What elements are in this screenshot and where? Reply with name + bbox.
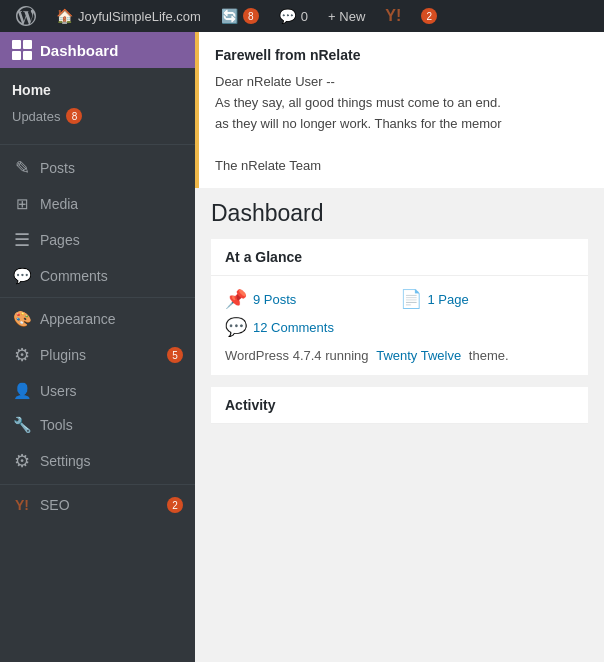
media-label: Media [40, 196, 183, 212]
updates-sidebar-badge: 8 [66, 108, 82, 124]
posts-link[interactable]: 9 Posts [253, 292, 296, 307]
posts-icon: ✎ [12, 157, 32, 179]
wp-logo-button[interactable] [8, 0, 44, 32]
wp-meta: WordPress 4.7.4 running Twenty Twelve th… [225, 348, 574, 363]
pages-link[interactable]: 1 Page [428, 292, 469, 307]
sidebar-item-seo[interactable]: Y! SEO 2 [0, 489, 195, 521]
svg-rect-0 [12, 40, 21, 49]
svg-rect-2 [12, 51, 21, 60]
notice-line1: Dear nRelate User -- [215, 72, 588, 93]
sidebar-divider-2 [0, 297, 195, 298]
dashboard-label: Dashboard [40, 42, 118, 59]
home-section: Home Updates 8 [0, 68, 195, 140]
theme-end: theme. [469, 348, 509, 363]
sidebar: Dashboard Home Updates 8 ✎ Posts ⊞ Media… [0, 32, 195, 662]
glance-posts: 📌 9 Posts [225, 288, 400, 310]
updates-button[interactable]: 🔄 8 [213, 0, 267, 32]
comments-link[interactable]: 12 Comments [253, 320, 334, 335]
sidebar-item-settings[interactable]: ⚙ Settings [0, 442, 195, 480]
glance-grid: 📌 9 Posts 📄 1 Page 💬 12 Comments [225, 288, 574, 338]
settings-icon: ⚙ [12, 450, 32, 472]
users-icon: 👤 [12, 382, 32, 400]
sidebar-divider-1 [0, 144, 195, 145]
new-label: + New [328, 9, 365, 24]
tools-label: Tools [40, 417, 183, 433]
plugins-label: Plugins [40, 347, 159, 363]
sidebar-item-pages[interactable]: ☰ Pages [0, 221, 195, 259]
sidebar-item-users[interactable]: 👤 Users [0, 374, 195, 408]
yoast-button[interactable]: Y! [377, 0, 409, 32]
users-label: Users [40, 383, 183, 399]
sidebar-item-appearance[interactable]: 🎨 Appearance [0, 302, 195, 336]
svg-rect-1 [23, 40, 32, 49]
at-a-glance-widget: At a Glance 📌 9 Posts 📄 1 Page 💬 [211, 239, 588, 375]
posts-label: Posts [40, 160, 183, 176]
pin-icon: 📌 [225, 288, 247, 310]
notice-banner: Farewell from nRelate Dear nRelate User … [195, 32, 604, 188]
page-icon: 📄 [400, 288, 422, 310]
pages-icon: ☰ [12, 229, 32, 251]
plugin-badge: 2 [421, 8, 437, 24]
dashboard-title: Dashboard [211, 200, 588, 227]
svg-rect-3 [23, 51, 32, 60]
settings-label: Settings [40, 453, 183, 469]
content-area: Farewell from nRelate Dear nRelate User … [195, 32, 604, 662]
notice-line4: The nRelate Team [215, 156, 588, 177]
updates-label: Updates [12, 109, 60, 124]
activity-header: Activity [211, 387, 588, 424]
main-layout: Dashboard Home Updates 8 ✎ Posts ⊞ Media… [0, 32, 604, 662]
dashboard-section: Dashboard At a Glance 📌 9 Posts 📄 1 Page [195, 188, 604, 424]
seo-badge: 2 [167, 497, 183, 513]
media-icon: ⊞ [12, 195, 32, 213]
comments-icon: 💬 [12, 267, 32, 285]
sidebar-updates[interactable]: Updates 8 [0, 104, 195, 132]
sidebar-item-tools[interactable]: 🔧 Tools [0, 408, 195, 442]
comments-count: 0 [301, 9, 308, 24]
notice-title: Farewell from nRelate [215, 44, 588, 66]
sidebar-item-media[interactable]: ⊞ Media [0, 187, 195, 221]
sidebar-item-plugins[interactable]: ⚙ Plugins 5 [0, 336, 195, 374]
seo-label: SEO [40, 497, 159, 513]
comment-icon: 💬 [225, 316, 247, 338]
at-a-glance-body: 📌 9 Posts 📄 1 Page 💬 12 Comments [211, 276, 588, 375]
site-name-label: JoyfulSimpleLife.com [78, 9, 201, 24]
theme-link[interactable]: Twenty Twelve [376, 348, 461, 363]
tools-icon: 🔧 [12, 416, 32, 434]
appearance-icon: 🎨 [12, 310, 32, 328]
sidebar-item-posts[interactable]: ✎ Posts [0, 149, 195, 187]
plugins-icon: ⚙ [12, 344, 32, 366]
seo-icon: Y! [12, 497, 32, 513]
appearance-label: Appearance [40, 311, 183, 327]
glance-comments: 💬 12 Comments [225, 316, 400, 338]
at-a-glance-header: At a Glance [211, 239, 588, 276]
admin-bar: 🏠 JoyfulSimpleLife.com 🔄 8 💬 0 + New Y! … [0, 0, 604, 32]
updates-badge: 8 [243, 8, 259, 24]
sidebar-divider-3 [0, 484, 195, 485]
wp-info: WordPress 4.7.4 running [225, 348, 369, 363]
sidebar-home[interactable]: Home [0, 76, 195, 104]
site-name-button[interactable]: 🏠 JoyfulSimpleLife.com [48, 0, 209, 32]
notice-line2: As they say, all good things must come t… [215, 93, 588, 114]
sidebar-dashboard[interactable]: Dashboard [0, 32, 195, 68]
plugin-updates-button[interactable]: 2 [413, 0, 445, 32]
plugins-badge: 5 [167, 347, 183, 363]
activity-widget: Activity [211, 387, 588, 424]
comments-button[interactable]: 💬 0 [271, 0, 316, 32]
comments-label: Comments [40, 268, 183, 284]
glance-pages: 📄 1 Page [400, 288, 575, 310]
sidebar-item-comments[interactable]: 💬 Comments [0, 259, 195, 293]
new-content-button[interactable]: + New [320, 0, 373, 32]
pages-label: Pages [40, 232, 183, 248]
notice-line3: as they will no longer work. Thanks for … [215, 114, 588, 135]
